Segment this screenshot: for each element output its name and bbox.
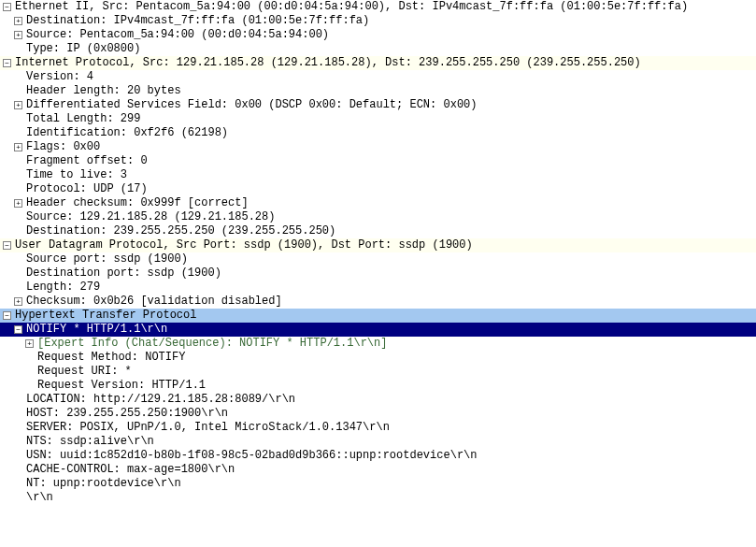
minus-icon[interactable]: − [3,3,11,11]
udp-chksum-row[interactable]: + Checksum: 0x0b26 [validation disabled] [0,295,756,309]
udp-chksum-text: Checksum: 0x0b26 [validation disabled] [26,295,282,309]
ip-src-text: Source: 129.21.185.28 (129.21.185.28) [26,210,275,224]
ip-version-text: Version: 4 [26,70,93,84]
ip-dst-text: Destination: 239.255.255.250 (239.255.25… [26,224,335,238]
http-nt-text: NT: upnp:rootdevice\r\n [26,477,181,491]
http-nts-text: NTS: ssdp:alive\r\n [26,435,154,449]
minus-icon[interactable]: − [3,311,11,320]
http-method-row[interactable]: Request Method: NOTIFY [0,351,756,365]
plus-icon[interactable]: + [14,101,22,109]
minus-icon[interactable]: − [3,241,11,250]
ip-dst-row[interactable]: Destination: 239.255.255.250 (239.255.25… [0,224,756,238]
http-usn-text: USN: uuid:1c852d10-b80b-1f08-98c5-02bad0… [26,449,477,463]
ip-ident-text: Identification: 0xf2f6 (62198) [26,126,228,140]
plus-icon[interactable]: + [14,297,22,306]
udp-dstport-row[interactable]: Destination port: ssdp (1900) [0,266,756,281]
http-host-row[interactable]: HOST: 239.255.255.250:1900\r\n [0,407,756,421]
eth-src-row[interactable]: + Source: Pentacom_5a:94:00 (00:d0:04:5a… [0,28,756,42]
http-uri-row[interactable]: Request URI: * [0,365,756,379]
udp-len-row[interactable]: Length: 279 [0,281,756,295]
ip-proto-text: Protocol: UDP (17) [26,182,148,196]
udp-dstport-text: Destination port: ssdp (1900) [26,266,221,281]
http-nt-row[interactable]: NT: upnp:rootdevice\r\n [0,477,756,491]
minus-icon[interactable]: − [3,59,11,67]
http-version-row[interactable]: Request Version: HTTP/1.1 [0,379,756,393]
http-location-row[interactable]: LOCATION: http://129.21.185.28:8089/\r\n [0,393,756,407]
ip-tlen-text: Total Length: 299 [26,112,140,126]
http-header-row[interactable]: − Hypertext Transfer Protocol [0,309,756,323]
http-host-text: HOST: 239.255.255.250:1900\r\n [26,407,228,421]
eth-type-row[interactable]: Type: IP (0x0800) [0,42,756,56]
eth-dst-text: Destination: IPv4mcast_7f:ff:fa (01:00:5… [26,14,369,28]
ethernet-header-row[interactable]: − Ethernet II, Src: Pentacom_5a:94:00 (0… [0,0,756,14]
ip-tlen-row[interactable]: Total Length: 299 [0,112,756,126]
ip-header-text: Internet Protocol, Src: 129.21.185.28 (1… [15,56,641,70]
ip-proto-row[interactable]: Protocol: UDP (17) [0,182,756,196]
ip-dsf-row[interactable]: + Differentiated Services Field: 0x00 (D… [0,98,756,112]
ip-dsf-text: Differentiated Services Field: 0x00 (DSC… [26,98,477,112]
http-uri-text: Request URI: * [37,365,132,379]
eth-src-text: Source: Pentacom_5a:94:00 (00:d0:04:5a:9… [26,28,329,42]
http-crlf-text: \r\n [26,491,53,505]
plus-icon[interactable]: + [25,339,34,348]
ip-frag-text: Fragment offset: 0 [26,154,148,168]
http-server-text: SERVER: POSIX, UPnP/1.0, Intel MicroStac… [26,421,390,435]
ip-chksum-row[interactable]: + Header checksum: 0x999f [correct] [0,196,756,210]
http-location-text: LOCATION: http://129.21.185.28:8089/\r\n [26,393,295,407]
ip-frag-row[interactable]: Fragment offset: 0 [0,154,756,168]
ip-hlen-row[interactable]: Header length: 20 bytes [0,84,756,98]
http-request-text: NOTIFY * HTTP/1.1\r\n [26,323,167,337]
udp-srcport-text: Source port: ssdp (1900) [26,252,188,266]
http-nts-row[interactable]: NTS: ssdp:alive\r\n [0,435,756,449]
plus-icon[interactable]: + [14,31,22,39]
http-header-text: Hypertext Transfer Protocol [15,309,196,323]
http-usn-row[interactable]: USN: uuid:1c852d10-b80b-1f08-98c5-02bad0… [0,449,756,463]
ip-ttl-row[interactable]: Time to live: 3 [0,168,756,182]
http-expert-text: [Expert Info (Chat/Sequence): NOTIFY * H… [37,337,387,351]
udp-srcport-row[interactable]: Source port: ssdp (1900) [0,252,756,266]
ip-chksum-text: Header checksum: 0x999f [correct] [26,196,249,210]
udp-header-text: User Datagram Protocol, Src Port: ssdp (… [15,238,473,252]
ip-ident-row[interactable]: Identification: 0xf2f6 (62198) [0,126,756,140]
http-cache-text: CACHE-CONTROL: max-age=1800\r\n [26,463,235,477]
http-method-text: Request Method: NOTIFY [37,351,185,365]
ethernet-header-text: Ethernet II, Src: Pentacom_5a:94:00 (00:… [15,0,688,14]
plus-icon[interactable]: + [14,143,22,151]
ip-version-row[interactable]: Version: 4 [0,70,756,84]
ip-ttl-text: Time to live: 3 [26,168,127,182]
udp-len-text: Length: 279 [26,281,100,295]
http-version-text: Request Version: HTTP/1.1 [37,379,206,393]
ip-header-row[interactable]: − Internet Protocol, Src: 129.21.185.28 … [0,56,756,70]
ip-flags-text: Flags: 0x00 [26,140,100,154]
ip-flags-row[interactable]: + Flags: 0x00 [0,140,756,154]
udp-header-row[interactable]: − User Datagram Protocol, Src Port: ssdp… [0,238,756,252]
plus-icon[interactable]: + [14,17,22,25]
ip-hlen-text: Header length: 20 bytes [26,84,181,98]
http-request-row[interactable]: − NOTIFY * HTTP/1.1\r\n [0,323,756,337]
http-server-row[interactable]: SERVER: POSIX, UPnP/1.0, Intel MicroStac… [0,421,756,435]
http-expert-row[interactable]: + [Expert Info (Chat/Sequence): NOTIFY *… [0,337,756,351]
http-crlf-row[interactable]: \r\n [0,491,756,505]
minus-icon[interactable]: − [14,325,22,334]
eth-dst-row[interactable]: + Destination: IPv4mcast_7f:ff:fa (01:00… [0,14,756,28]
eth-type-text: Type: IP (0x0800) [26,42,140,56]
plus-icon[interactable]: + [14,199,22,208]
http-cache-row[interactable]: CACHE-CONTROL: max-age=1800\r\n [0,463,756,477]
ip-src-row[interactable]: Source: 129.21.185.28 (129.21.185.28) [0,210,756,224]
